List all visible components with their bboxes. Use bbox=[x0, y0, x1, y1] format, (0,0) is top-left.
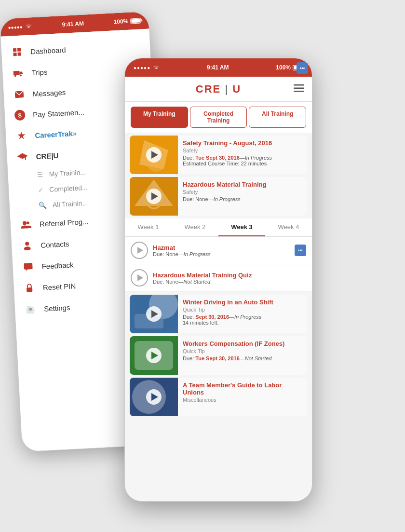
svg-point-12 bbox=[23, 221, 27, 225]
resetpin-label: Reset PIN bbox=[42, 282, 76, 292]
quiz-list-info: Hazardous Material Training Quiz Due: No… bbox=[153, 272, 306, 285]
safety-badges: ! bbox=[304, 136, 307, 174]
settings-label: Settings bbox=[44, 303, 70, 313]
front-wifi-icon bbox=[153, 65, 160, 70]
week-tab-1[interactable]: Week 1 bbox=[125, 218, 172, 236]
logo-u: U bbox=[232, 83, 241, 95]
quiz-list-title: Hazardous Material Training Quiz bbox=[153, 272, 306, 279]
menu-button[interactable] bbox=[294, 83, 304, 95]
svg-rect-0 bbox=[13, 48, 16, 52]
graduation-icon bbox=[16, 151, 28, 163]
creu-label: CRE|U bbox=[36, 151, 59, 160]
hazmat-list-title: Hazmat bbox=[153, 244, 290, 251]
hazmat-category: Safety bbox=[183, 189, 299, 195]
play-button-workers[interactable] bbox=[146, 348, 162, 363]
svg-rect-20 bbox=[27, 287, 32, 292]
course-card-winter-driving[interactable]: Winter Driving in an Auto Shift Quick Ti… bbox=[130, 295, 307, 333]
person-icon bbox=[21, 240, 33, 252]
logo-cre: CRE bbox=[196, 83, 221, 95]
workers-due: Due: Tue Sept 30, 2016—Not Started bbox=[183, 355, 302, 361]
people-icon bbox=[20, 218, 32, 231]
tab-my-training[interactable]: My Training bbox=[131, 107, 188, 128]
svg-marker-9 bbox=[17, 131, 26, 139]
back-wifi-icon bbox=[26, 24, 33, 29]
messages-label: Messages bbox=[32, 88, 66, 98]
svg-marker-10 bbox=[17, 153, 28, 159]
workers-category: Quick Tip bbox=[183, 348, 302, 354]
svg-rect-18 bbox=[24, 263, 33, 270]
front-battery-pct: 100% bbox=[276, 64, 291, 71]
course-card-hazmat-training[interactable]: Hazardous Material Training Safety Due: … bbox=[130, 177, 307, 216]
svg-rect-1 bbox=[17, 48, 21, 51]
trips-label: Trips bbox=[31, 68, 48, 77]
labor-title: A Team Member's Guide to Labor Unions bbox=[183, 382, 302, 396]
svg-point-16 bbox=[25, 242, 29, 246]
course-card-workers-comp[interactable]: Workers Compensation (IF Zones) Quick Ti… bbox=[130, 336, 307, 375]
tab-completed-training[interactable]: Completed Training bbox=[190, 107, 247, 128]
lock-icon bbox=[23, 282, 35, 294]
play-circle-hazmat[interactable] bbox=[131, 242, 148, 259]
front-time: 9:41 AM bbox=[207, 64, 229, 71]
play-button-winter[interactable] bbox=[146, 306, 162, 322]
svg-rect-4 bbox=[13, 71, 19, 76]
career-icon bbox=[15, 130, 27, 142]
hazmat-due: Due: None—In Progress bbox=[183, 196, 299, 202]
training-tabs: My Training Completed Training All Train… bbox=[125, 102, 312, 133]
winter-extra: 14 minutes left. bbox=[183, 320, 299, 326]
tab-all-training[interactable]: All Training bbox=[249, 107, 306, 128]
hazmat-list-due: Due: None—In Progress bbox=[153, 251, 290, 257]
safety-due: Due: Tue Sept 30, 2016—In Progress bbox=[183, 155, 299, 161]
gear-icon bbox=[25, 303, 37, 315]
search-icon: 🔍 bbox=[39, 201, 47, 209]
week-tab-3[interactable]: Week 3 bbox=[218, 218, 265, 236]
week-tab-4[interactable]: Week 4 bbox=[265, 218, 312, 236]
safety-thumb bbox=[130, 136, 178, 174]
scroll-area[interactable]: Safety Training - August, 2016 Safety Du… bbox=[125, 133, 312, 419]
svg-rect-11 bbox=[25, 157, 26, 160]
svg-rect-22 bbox=[294, 84, 304, 86]
svg-marker-5 bbox=[19, 71, 23, 74]
pay-label: Pay Statemen... bbox=[33, 108, 84, 119]
winter-thumb bbox=[130, 295, 178, 333]
svg-point-7 bbox=[20, 74, 22, 76]
svg-rect-23 bbox=[294, 88, 304, 89]
truck-icon bbox=[12, 67, 24, 79]
list-item-quiz[interactable]: Hazardous Material Training Quiz Due: No… bbox=[125, 264, 312, 292]
workers-info: Workers Compensation (IF Zones) Quick Ti… bbox=[178, 336, 307, 375]
play-button-labor[interactable] bbox=[146, 389, 162, 405]
play-button-1[interactable] bbox=[146, 147, 162, 163]
front-signal: ●●●●● bbox=[134, 65, 150, 70]
hazmat-info: Hazardous Material Training Safety Due: … bbox=[178, 177, 304, 216]
alltraining-sublabel: All Trainin... bbox=[53, 199, 88, 209]
hazmat-list-info: Hazmat Due: None—In Progress bbox=[153, 244, 290, 257]
phone-front: ●●●●● 9:41 AM 100% CRE | U bbox=[124, 58, 312, 502]
app-header: CRE | U bbox=[125, 77, 312, 102]
list-item-hazmat[interactable]: Hazmat Due: None—In Progress ••• bbox=[125, 237, 312, 264]
winter-due: Due: Sept 30, 2016—In Progress bbox=[183, 314, 299, 320]
course-card-labor-unions[interactable]: A Team Member's Guide to Labor Unions Mi… bbox=[130, 378, 307, 416]
back-battery-icon bbox=[130, 18, 141, 24]
back-signal: ●●●●● bbox=[8, 24, 23, 30]
front-status-bar: ●●●●● 9:41 AM 100% bbox=[125, 58, 312, 77]
list-badge-hazmat: ••• bbox=[295, 245, 306, 256]
week-tab-2[interactable]: Week 2 bbox=[172, 218, 218, 236]
play-circle-quiz[interactable] bbox=[131, 269, 148, 286]
check-icon: ✓ bbox=[38, 186, 44, 194]
play-button-2[interactable] bbox=[146, 189, 162, 204]
dashboard-label: Dashboard bbox=[30, 45, 66, 55]
svg-point-13 bbox=[27, 221, 29, 224]
course-card-safety-training[interactable]: Safety Training - August, 2016 Safety Du… bbox=[130, 136, 307, 174]
contacts-label: Contacts bbox=[40, 239, 69, 249]
hazmat-title: Hazardous Material Training bbox=[183, 181, 299, 188]
dollar-icon: $ bbox=[14, 109, 26, 121]
hazmat-thumb bbox=[130, 177, 178, 216]
back-battery-pct: 100% bbox=[113, 18, 128, 26]
winter-category: Quick Tip bbox=[183, 307, 299, 313]
mytraining-sublabel: My Trainin... bbox=[49, 168, 86, 178]
grid-icon bbox=[11, 46, 23, 58]
referral-label: Referral Prog... bbox=[40, 217, 89, 228]
svg-rect-2 bbox=[13, 53, 16, 56]
envelope-icon bbox=[13, 88, 25, 100]
feedback-label: Feedback bbox=[41, 260, 74, 270]
safety-category: Safety bbox=[183, 148, 299, 153]
